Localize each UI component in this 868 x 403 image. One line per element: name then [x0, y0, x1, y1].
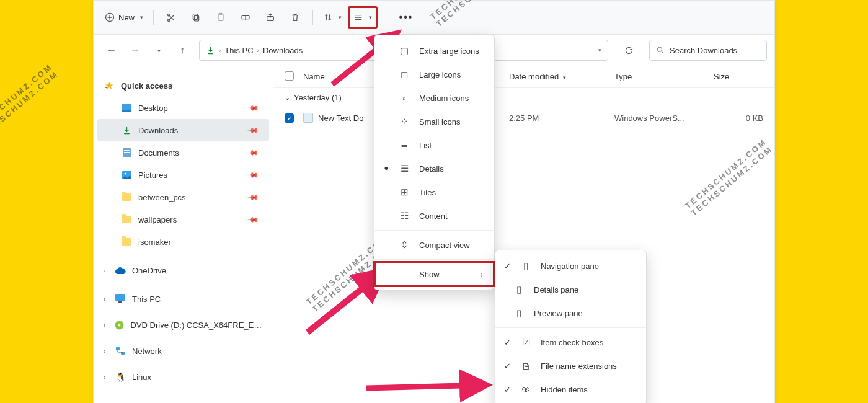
- view-button[interactable]: ▾: [348, 6, 378, 29]
- sidebar-this-pc[interactable]: ›This PC: [97, 288, 269, 310]
- pin-icon: 📌: [247, 169, 260, 182]
- sidebar-item-wallpapers[interactable]: wallpapers📌: [97, 208, 269, 231]
- menu-extra-large-icons[interactable]: ▢Extra large icons: [374, 39, 494, 63]
- sidebar-item-desktop[interactable]: Desktop📌: [97, 97, 269, 119]
- menu-show-submenu[interactable]: Show›: [374, 262, 494, 286]
- file-ext-icon: 🗎: [520, 361, 532, 371]
- submenu-navigation-pane[interactable]: ✓▯Navigation pane: [495, 254, 646, 278]
- chevron-right-icon: ›: [257, 47, 259, 54]
- penguin-icon: 🐧: [115, 371, 126, 383]
- sidebar-dvd-drive[interactable]: ›DVD Drive (D:) CCSA_X64FRE_EN-US_D: [97, 314, 269, 336]
- nav-pane-icon: ▯: [520, 260, 532, 272]
- folder-icon: [121, 214, 132, 225]
- submenu-file-extensions[interactable]: ✓🗎File name extensions: [495, 354, 646, 378]
- show-submenu: ✓▯Navigation pane ▯Details pane ▯Preview…: [495, 250, 647, 403]
- svg-rect-3: [194, 16, 198, 21]
- svg-rect-10: [122, 104, 131, 110]
- column-size[interactable]: Size: [714, 72, 763, 81]
- pin-icon: 📌: [247, 102, 260, 115]
- chevron-right-icon: ›: [104, 267, 105, 274]
- sidebar-item-documents[interactable]: Documents📌: [97, 141, 269, 164]
- pictures-icon: [121, 169, 132, 180]
- rename-button[interactable]: [234, 6, 257, 29]
- file-row[interactable]: ✓ New Text Do 2:25 PM Windows PowerS... …: [273, 107, 774, 128]
- check-icon: ✓: [504, 262, 511, 271]
- submenu-details-pane[interactable]: ▯Details pane: [495, 278, 646, 301]
- submenu-preview-pane[interactable]: ▯Preview pane: [495, 301, 646, 325]
- list-icon: ≣: [398, 140, 410, 151]
- breadcrumb-this-pc[interactable]: This PC: [224, 46, 253, 55]
- back-button[interactable]: ←: [101, 40, 122, 61]
- row-checkbox[interactable]: ✓: [285, 113, 294, 123]
- submenu-item-check-boxes[interactable]: ✓☑Item check boxes: [495, 330, 646, 354]
- svg-rect-4: [193, 14, 197, 20]
- sidebar-item-pictures[interactable]: Pictures📌: [97, 164, 269, 186]
- share-button[interactable]: [259, 6, 281, 29]
- menu-medium-icons[interactable]: ▫Medium icons: [374, 86, 494, 110]
- pin-icon: 📌: [247, 146, 260, 159]
- view-dropdown-menu: ▢Extra large icons ◻Large icons ▫Medium …: [374, 35, 495, 290]
- preview-pane-icon: ▯: [513, 308, 525, 319]
- file-name: New Text Do: [318, 113, 363, 123]
- forward-button[interactable]: →: [125, 40, 146, 61]
- sidebar-quick-access[interactable]: ⌄★Quick access: [97, 74, 269, 97]
- menu-small-icons[interactable]: ⁘Small icons: [374, 110, 494, 133]
- view-list-icon: [353, 12, 363, 22]
- scissors-icon: [166, 12, 177, 23]
- copy-button[interactable]: [185, 6, 207, 29]
- pin-icon: 📌: [247, 213, 260, 226]
- paste-button[interactable]: [210, 6, 232, 29]
- sidebar-item-downloads[interactable]: Downloads📌: [97, 119, 269, 141]
- file-type: Windows PowerS...: [614, 113, 714, 123]
- menu-list[interactable]: ≣List: [374, 133, 494, 157]
- monitor-icon: [115, 293, 126, 304]
- breadcrumb-downloads[interactable]: Downloads: [263, 46, 303, 55]
- chevron-down-icon[interactable]: ▾: [598, 47, 601, 53]
- menu-details[interactable]: •☰Details: [374, 157, 494, 180]
- chevron-down-icon: ▾: [369, 14, 372, 20]
- svg-point-9: [657, 47, 662, 51]
- menu-compact-view[interactable]: ⇕Compact view: [374, 233, 494, 257]
- chevron-right-icon: ›: [219, 47, 221, 54]
- sidebar-item-isomaker[interactable]: isomaker: [97, 231, 269, 253]
- cut-button[interactable]: [160, 6, 182, 29]
- column-headers: Name Date modified ▾ Type Size: [273, 66, 774, 88]
- menu-large-icons[interactable]: ◻Large icons: [374, 63, 494, 86]
- new-button[interactable]: New ▾: [101, 6, 147, 29]
- sort-button[interactable]: ▾: [319, 6, 345, 29]
- desktop-icon: [121, 102, 132, 113]
- sidebar-linux[interactable]: ›🐧Linux: [97, 366, 269, 388]
- plus-circle-icon: [105, 12, 115, 22]
- svg-rect-22: [116, 347, 120, 350]
- delete-button[interactable]: [284, 6, 306, 29]
- new-label: New: [118, 13, 135, 22]
- search-box[interactable]: Search Downloads: [649, 40, 767, 61]
- file-date: 2:25 PM: [509, 113, 614, 123]
- column-type[interactable]: Type: [614, 72, 714, 81]
- column-date[interactable]: Date modified ▾: [509, 72, 614, 81]
- svg-rect-14: [124, 152, 130, 153]
- sidebar-network[interactable]: ›Network: [97, 340, 269, 362]
- recent-button[interactable]: ▾: [148, 40, 169, 61]
- more-button[interactable]: •••: [395, 6, 417, 29]
- refresh-icon: [624, 46, 634, 55]
- search-icon: [656, 46, 665, 55]
- search-placeholder: Search Downloads: [670, 46, 737, 55]
- submenu-hidden-items[interactable]: ✓👁Hidden items: [495, 378, 646, 401]
- sidebar-item-between-pcs[interactable]: between_pcs📌: [97, 186, 269, 208]
- svg-point-17: [124, 172, 126, 174]
- clipboard-icon: [216, 12, 226, 22]
- svg-point-21: [118, 324, 121, 326]
- chevron-right-icon: ›: [104, 348, 105, 355]
- up-button[interactable]: ↑: [172, 40, 193, 61]
- group-yesterday[interactable]: ⌄Yesterday (1): [273, 88, 774, 107]
- menu-content[interactable]: ☷Content: [374, 204, 494, 228]
- chevron-right-icon: ›: [104, 374, 105, 381]
- select-all-checkbox[interactable]: [285, 71, 294, 81]
- sort-icon: [323, 12, 333, 22]
- sidebar-onedrive[interactable]: ›OneDrive: [97, 259, 269, 281]
- refresh-button[interactable]: [618, 40, 639, 61]
- file-icon: [303, 113, 313, 123]
- menu-tiles[interactable]: ⊞Tiles: [374, 180, 494, 204]
- svg-rect-19: [118, 301, 122, 303]
